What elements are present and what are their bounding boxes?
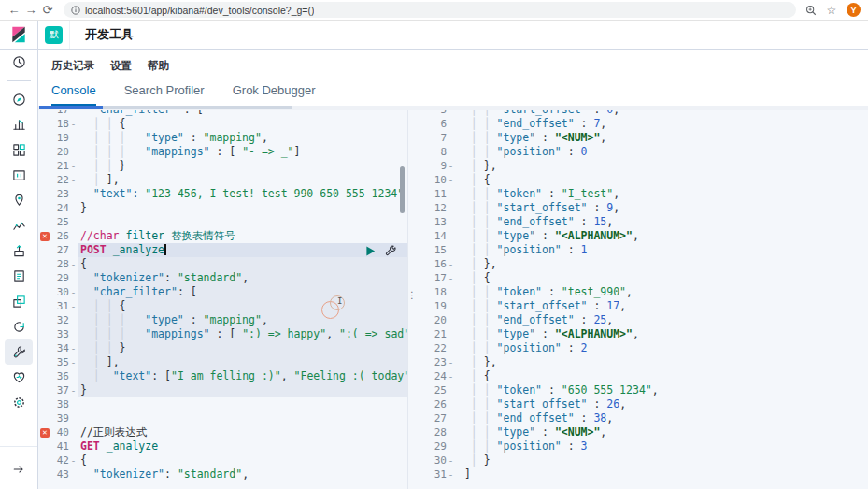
code-line[interactable]: 30- "char_filter": [ [38,285,407,299]
sidebar-item-recent-clock[interactable] [5,50,33,75]
fold-toggle-icon[interactable]: - [69,257,78,271]
fold-toggle-icon[interactable]: - [447,453,455,467]
code-line[interactable]: 24- │ { [416,369,868,383]
code-line[interactable]: 30- │ } [416,453,868,467]
fold-toggle-icon[interactable]: - [447,369,455,383]
code-line[interactable]: 37-} [38,383,407,397]
fold-toggle-icon[interactable]: - [69,299,78,313]
browser-profile-avatar[interactable]: Y [847,3,861,17]
sidebar-item-visualize-chart[interactable] [5,112,33,137]
code-line[interactable]: 43 "tokenizer": "standard", [38,467,407,482]
send-request-play-button[interactable] [365,246,376,256]
bookmark-star-icon[interactable]: ☆ [823,2,840,19]
code-line[interactable]: 26 │ │ "start_offset" : 26, [416,397,868,411]
code-line[interactable]: 35- │ ], [38,355,407,369]
input-editor-vertical-scrollbar[interactable] [400,166,405,213]
sidebar-item-canvas[interactable] [5,163,33,188]
code-line[interactable]: 19 │ │ │ "type" : "mapping", [38,131,407,145]
active-code-line[interactable]: 27POST _analyze [38,243,407,257]
tab-console[interactable]: Console [51,83,96,106]
code-line[interactable]: 25 │ │ "token" : "650_555_1234", [416,383,868,397]
history-menu-item[interactable]: 历史记录 [51,59,94,73]
code-line[interactable]: 5 │ │ "start_offset" : 0, [416,110,868,117]
code-line[interactable]: 10- │ { [416,173,868,187]
code-line[interactable]: 29 │ │ "position" : 3 [416,439,868,453]
code-line[interactable]: 39 [38,411,407,425]
browser-forward-button[interactable]: → [22,2,39,19]
sidebar-item-dev-tools-wrench[interactable] [5,339,33,365]
fold-toggle-icon[interactable]: - [69,285,78,299]
fold-toggle-icon[interactable]: - [69,201,78,215]
code-line[interactable]: 28-{ [38,257,407,271]
sidebar-item-stack-monitoring[interactable] [5,365,33,390]
code-line[interactable]: 29 "tokenizer": "standard", [38,271,407,285]
console-input-editor[interactable]: 17 "char_filter" : [18- │ │ {19 │ │ │ "t… [38,110,408,489]
sidebar-item-uptime[interactable] [5,238,33,264]
code-line[interactable]: 34- │ │ } [38,341,407,355]
code-line[interactable]: 23- │ }, [416,355,868,369]
code-line[interactable]: 36 │ "text": ["I am felling :)", "Feelin… [38,369,407,383]
fold-toggle-icon[interactable]: - [447,355,455,369]
code-line[interactable]: 20 │ │ "end_offset" : 25, [416,313,868,327]
code-line[interactable]: 21 │ │ "type" : "<ALPHANUM>", [416,327,868,341]
code-line[interactable]: 18 │ │ "token" : "test_990", [416,285,868,299]
code-line[interactable]: 21- │ │ } [38,159,407,173]
code-line[interactable]: 6 │ │ "end_offset" : 7, [416,117,868,131]
code-line[interactable]: 38 [38,397,407,411]
sidebar-item-dashboard[interactable] [5,137,33,163]
fold-toggle-icon[interactable]: - [69,173,78,187]
fold-toggle-icon[interactable]: - [447,173,455,187]
space-selector-badge[interactable]: 默 [45,26,63,44]
code-line[interactable]: 28 │ │ "type" : "<NUM>", [416,425,868,439]
browser-back-button[interactable]: ← [6,2,22,19]
sidebar-item-logs[interactable] [5,264,33,289]
code-line[interactable]: ✕40//正则表达式 [38,425,407,439]
code-line[interactable]: 20 │ │ │ "mappings" : [ "- => _"] [38,145,407,159]
code-line[interactable]: 42-{ [38,453,407,467]
code-line[interactable]: ✕26//char filter 替换表情符号 [38,229,407,243]
zoom-lens-icon[interactable] [805,5,817,16]
code-line[interactable]: 14 │ │ "type" : "<ALPHANUM>", [416,229,868,243]
code-line[interactable]: 16- │ }, [416,257,868,271]
code-line[interactable]: 11 │ │ "token" : "I_test", [416,187,868,201]
browser-reload-button[interactable]: ⟳ [39,2,56,19]
fold-toggle-icon[interactable]: - [69,159,78,173]
kibana-logo[interactable] [0,21,38,49]
sidebar-item-discover-compass[interactable] [5,87,33,112]
tab-grok-debugger[interactable]: Grok Debugger [233,83,316,106]
panel-splitter[interactable]: ⋮ [408,110,416,489]
code-line[interactable]: 31- ] [416,467,868,482]
settings-menu-item[interactable]: 设置 [110,59,132,73]
code-line[interactable]: 8 │ │ "position" : 0 [416,145,868,159]
request-wrench-menu-button[interactable] [385,245,396,256]
code-line[interactable]: 22 │ │ "position" : 2 [416,341,868,355]
sidebar-item-management-gear[interactable] [5,390,33,415]
code-line[interactable]: 13 │ │ "end_offset" : 15, [416,215,868,229]
site-info-icon[interactable] [71,6,80,15]
sidebar-collapse-button[interactable] [5,456,33,482]
code-line[interactable]: 12 │ │ "start_offset" : 9, [416,201,868,215]
code-line[interactable]: 15 │ │ "position" : 1 [416,243,868,257]
help-menu-item[interactable]: 帮助 [148,59,169,73]
sidebar-item-apm[interactable] [5,289,33,314]
code-line[interactable]: 19 │ │ "start_offset" : 17, [416,299,868,313]
code-line[interactable]: 41GET _analyze [38,439,407,453]
code-line[interactable]: 24-} [38,201,407,215]
code-line[interactable]: 7 │ │ "type" : "<NUM>", [416,131,868,145]
code-line[interactable]: 31- │ │ { [38,299,407,313]
sidebar-item-machine-learning[interactable] [5,213,33,238]
console-output-panel[interactable]: 5 │ │ "start_offset" : 0,6 │ │ "end_offs… [416,110,868,489]
code-line[interactable]: 17 "char_filter" : [ [38,110,407,117]
code-line[interactable]: 25 [38,215,407,229]
sidebar-item-maps[interactable] [5,188,33,213]
sidebar-item-watcher[interactable] [5,314,33,339]
code-line[interactable]: 18- │ │ { [38,117,407,131]
code-line[interactable]: 27 │ │ "end_offset" : 38, [416,411,868,425]
fold-toggle-icon[interactable]: - [69,453,78,467]
code-line[interactable]: 32 │ │ │ "type" : "mapping", [38,313,407,327]
code-line[interactable]: 9- │ }, [416,159,868,173]
code-line[interactable]: 17- │ { [416,271,868,285]
fold-toggle-icon[interactable]: - [447,271,455,285]
fold-toggle-icon[interactable]: - [447,159,455,173]
fold-toggle-icon[interactable]: - [69,117,78,131]
